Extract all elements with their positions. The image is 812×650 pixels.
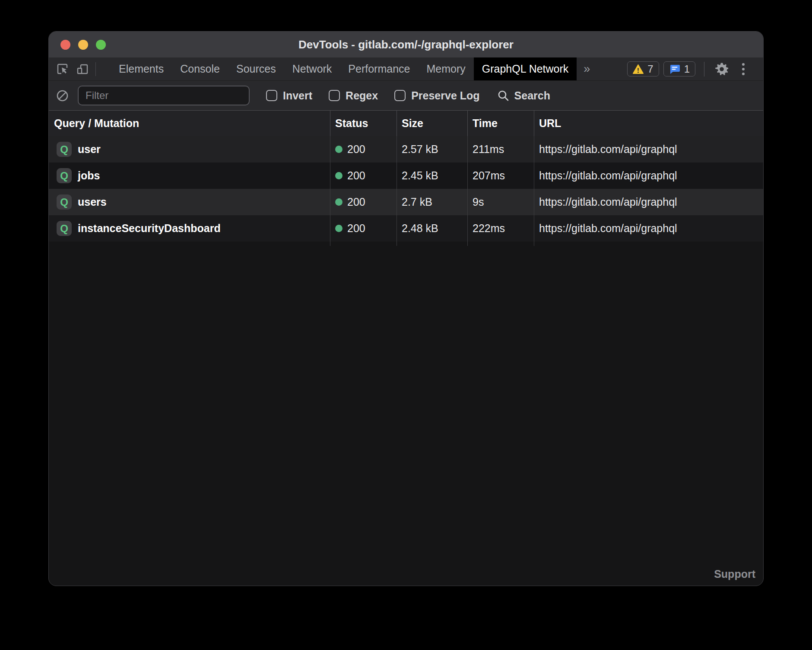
window-titlebar[interactable]: DevTools - gitlab.com/-/graphql-explorer [49, 32, 763, 57]
size-value: 2.45 kB [396, 162, 467, 189]
window-title: DevTools - gitlab.com/-/graphql-explorer [49, 38, 763, 51]
tab-console[interactable]: Console [172, 57, 228, 80]
time-value: 207ms [467, 162, 534, 189]
invert-checkbox-group[interactable]: Invert [266, 89, 312, 102]
status-code: 200 [347, 143, 365, 156]
invert-label: Invert [283, 89, 312, 102]
chevron-double-right-icon: » [584, 62, 590, 76]
query-name: instanceSecurityDashboard [78, 222, 221, 235]
column-header-time: Time [467, 111, 534, 136]
search-icon [497, 89, 509, 102]
clear-log-button[interactable] [57, 90, 68, 102]
table-header: Query / Mutation Status Size Time URL [49, 110, 763, 136]
gear-icon [715, 62, 729, 76]
query-name: users [78, 196, 107, 208]
search-button[interactable]: Search [497, 89, 550, 102]
warning-icon [633, 64, 644, 74]
devtools-tabbar: Elements Console Sources Network Perform… [49, 57, 763, 81]
status-dot-icon [335, 172, 343, 179]
preserve-log-checkbox[interactable] [394, 90, 406, 101]
size-value: 2.48 kB [396, 215, 467, 242]
column-header-query-mutation: Query / Mutation [49, 111, 330, 136]
preserve-log-label: Preserve Log [411, 89, 479, 102]
table-row[interactable]: Q user 200 2.57 kB 211ms https://gitlab.… [49, 136, 763, 162]
status-code: 200 [347, 222, 365, 235]
invert-checkbox[interactable] [266, 90, 277, 101]
warning-count: 7 [647, 63, 653, 75]
column-header-status: Status [330, 111, 396, 136]
status-dot-icon [335, 146, 343, 153]
time-value: 9s [467, 189, 534, 215]
query-type-badge: Q [57, 221, 72, 236]
status-dot-icon [335, 198, 343, 206]
size-value: 2.7 kB [396, 189, 467, 215]
preserve-log-checkbox-group[interactable]: Preserve Log [394, 89, 479, 102]
tab-sources[interactable]: Sources [228, 57, 284, 80]
inspect-icon [56, 63, 69, 76]
more-options-button[interactable] [735, 61, 752, 78]
column-header-url: URL [534, 111, 763, 136]
url-value: https://gitlab.com/api/graphql [534, 136, 763, 162]
query-type-badge: Q [57, 142, 72, 157]
url-value: https://gitlab.com/api/graphql [534, 215, 763, 242]
regex-checkbox[interactable] [329, 90, 340, 101]
support-link[interactable]: Support [714, 568, 755, 580]
query-type-badge: Q [57, 194, 72, 210]
toolbar-icons [49, 57, 102, 80]
network-filter-bar: Invert Regex Preserve Log Search [49, 81, 763, 110]
regex-label: Regex [346, 89, 378, 102]
query-name: jobs [78, 169, 100, 182]
traffic-lights [60, 40, 106, 50]
query-type-badge: Q [57, 168, 72, 183]
issues-count: 1 [684, 63, 690, 75]
time-value: 222ms [467, 215, 534, 242]
url-value: https://gitlab.com/api/graphql [534, 189, 763, 215]
tab-network[interactable]: Network [284, 57, 340, 80]
device-toolbar-button[interactable] [76, 62, 89, 76]
regex-checkbox-group[interactable]: Regex [329, 89, 378, 102]
devtools-window: DevTools - gitlab.com/-/graphql-explorer [48, 31, 764, 586]
table-row[interactable]: Q users 200 2.7 kB 9s https://gitlab.com… [49, 189, 763, 215]
settings-button[interactable] [713, 61, 730, 78]
column-header-size: Size [396, 111, 467, 136]
kebab-menu-icon [742, 63, 745, 75]
more-tabs-button[interactable]: » [577, 57, 597, 80]
search-label: Search [514, 89, 550, 102]
warnings-badge[interactable]: 7 [627, 61, 659, 76]
status-code: 200 [347, 196, 365, 208]
table-empty-area: Support [49, 246, 763, 586]
device-toolbar-icon [76, 63, 89, 76]
panel-tabs: Elements Console Sources Network Perform… [111, 57, 597, 80]
url-value: https://gitlab.com/api/graphql [534, 162, 763, 189]
zoom-button[interactable] [96, 40, 106, 50]
column-separator-stub [49, 242, 763, 246]
time-value: 211ms [467, 136, 534, 162]
minimize-button[interactable] [78, 40, 88, 50]
issues-badge[interactable]: 1 [663, 61, 695, 76]
table-body: Q user 200 2.57 kB 211ms https://gitlab.… [49, 136, 763, 246]
block-icon [57, 90, 68, 102]
filter-input[interactable] [78, 86, 250, 105]
tab-graphql-network[interactable]: GraphQL Network [474, 57, 577, 80]
tab-elements[interactable]: Elements [111, 57, 172, 80]
table-row[interactable]: Q instanceSecurityDashboard 200 2.48 kB … [49, 215, 763, 242]
table-row[interactable]: Q jobs 200 2.45 kB 207ms https://gitlab.… [49, 162, 763, 189]
tabbar-right-controls: 7 1 [627, 57, 763, 80]
tab-performance[interactable]: Performance [340, 57, 418, 80]
status-code: 200 [347, 169, 365, 182]
tab-memory[interactable]: Memory [418, 57, 473, 80]
chat-icon [669, 64, 680, 74]
badges-separator [704, 62, 704, 76]
toolbar-separator [95, 62, 96, 76]
status-dot-icon [335, 225, 343, 232]
close-button[interactable] [60, 40, 70, 50]
size-value: 2.57 kB [396, 136, 467, 162]
inspect-element-button[interactable] [56, 62, 70, 76]
query-name: user [78, 143, 101, 156]
